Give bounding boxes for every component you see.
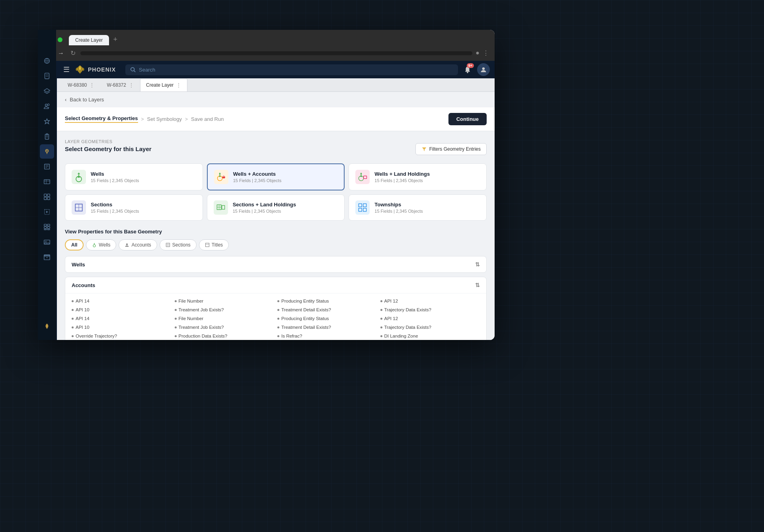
- svg-rect-6: [78, 176, 80, 178]
- geometry-card-sections-land[interactable]: Sections + Land Holdings 15 Fields | 2,3…: [207, 194, 345, 221]
- sidebar-image-icon[interactable]: [40, 235, 54, 249]
- sidebar-grid-icon[interactable]: [40, 190, 54, 204]
- wizard-step-1[interactable]: Select Geometry & Properties: [65, 115, 138, 123]
- phoenix-logo-icon: [74, 64, 86, 75]
- svg-rect-63: [47, 224, 50, 226]
- svg-point-28: [93, 245, 96, 247]
- sidebar-map-icon[interactable]: [40, 144, 54, 159]
- filter-tab-wells[interactable]: Wells: [86, 239, 116, 250]
- notification-button[interactable]: 9+: [461, 63, 474, 76]
- accounts-tab-icon: [125, 243, 129, 247]
- sidebar-table-icon[interactable]: [40, 175, 54, 189]
- sections-tab-icon: [166, 243, 170, 247]
- geometry-cards-grid: Wells 15 Fields | 2,345 Objects: [65, 163, 487, 221]
- sidebar-layers2-icon[interactable]: [40, 84, 54, 98]
- svg-point-42: [45, 104, 47, 106]
- prop-dot: [277, 335, 279, 337]
- prop-dot: [380, 300, 382, 302]
- sidebar-clipboard-icon[interactable]: [40, 129, 54, 144]
- tab-menu-icon-2[interactable]: ⋮: [129, 82, 134, 88]
- forward-nav-button[interactable]: →: [56, 49, 66, 58]
- refresh-button[interactable]: ↻: [69, 49, 77, 58]
- sidebar-users-icon[interactable]: [40, 99, 54, 113]
- new-tab-button[interactable]: +: [110, 34, 121, 45]
- sidebar-layers-icon[interactable]: [40, 54, 54, 68]
- svg-rect-65: [47, 227, 50, 229]
- geometry-card-wells-land[interactable]: Wells + Land Holdings 15 Fields | 2,345 …: [349, 163, 487, 190]
- property-item: API 10: [72, 306, 172, 313]
- prop-dot: [72, 326, 74, 328]
- geometry-titles: Layer Geometries Select Geometry for thi…: [65, 139, 152, 159]
- tab-create-layer[interactable]: Create Layer ⋮: [140, 78, 187, 91]
- svg-rect-66: [44, 229, 47, 230]
- nav-right: 9+: [461, 63, 490, 76]
- wells-group-header[interactable]: Wells ⇅: [65, 256, 486, 272]
- svg-rect-23: [222, 206, 224, 210]
- wizard-chevron-2: >: [185, 116, 188, 122]
- accounts-properties-grid: API 14File NumberProducing Entity Status…: [72, 297, 480, 340]
- filter-geometry-button[interactable]: Filters Geometry Entries: [415, 143, 487, 155]
- svg-rect-16: [364, 175, 366, 177]
- property-item: API 12: [380, 297, 480, 305]
- sidebar-favorites-icon[interactable]: [40, 114, 54, 128]
- top-navigation: ☰ PHOENIX: [57, 61, 495, 78]
- geometry-card-wells-accounts[interactable]: Wells + Accounts 15 Fields | 2,345 Objec…: [207, 163, 345, 190]
- filter-tab-all[interactable]: All: [65, 239, 84, 250]
- page-content: ‹ Back to Layers Select Geometry & Prope…: [57, 92, 495, 340]
- prop-dot: [72, 318, 74, 320]
- property-item: API 10: [72, 324, 172, 331]
- filter-tab-sections[interactable]: Sections: [160, 239, 197, 250]
- wizard-step-3[interactable]: Save and Run: [191, 116, 224, 122]
- property-item: Producing Entity Status: [277, 297, 377, 305]
- svg-point-0: [131, 68, 134, 71]
- svg-point-30: [126, 243, 128, 245]
- property-item: File Number: [175, 315, 275, 322]
- continue-button[interactable]: Continue: [448, 113, 487, 125]
- sidebar-phoenix-icon[interactable]: [40, 319, 54, 334]
- filter-icon: [421, 146, 427, 152]
- tab-w68380[interactable]: W-68380 ⋮: [62, 78, 101, 91]
- svg-point-3: [482, 67, 485, 70]
- sidebar-archive-icon[interactable]: [40, 250, 54, 264]
- svg-rect-24: [359, 204, 362, 207]
- geometry-card-wells[interactable]: Wells 15 Fields | 2,345 Objects: [65, 163, 203, 190]
- sidebar-reports-icon[interactable]: [40, 159, 54, 174]
- filter-tab-titles[interactable]: Titles: [199, 239, 229, 250]
- prop-dot: [277, 326, 279, 328]
- prop-dot: [175, 300, 177, 302]
- back-navigation[interactable]: ‹ Back to Layers: [57, 92, 495, 107]
- geometry-section-header: Layer Geometries Select Geometry for thi…: [65, 139, 487, 159]
- svg-rect-64: [44, 227, 47, 229]
- user-avatar-button[interactable]: [477, 63, 490, 76]
- active-browser-tab[interactable]: Create Layer: [69, 35, 109, 45]
- maximize-traffic-light[interactable]: [58, 37, 62, 42]
- svg-rect-59: [44, 197, 47, 200]
- svg-rect-58: [47, 194, 50, 196]
- wizard-step-2[interactable]: Set Symbology: [147, 116, 182, 122]
- wells-collapse-icon[interactable]: ⇅: [475, 261, 480, 268]
- user-profile-icon[interactable]: ●: [476, 49, 479, 57]
- wells-land-info: Wells + Land Holdings 15 Fields | 2,345 …: [374, 171, 430, 183]
- geometry-card-sections[interactable]: Sections 15 Fields | 2,345 Objects: [65, 194, 203, 221]
- tab-menu-icon[interactable]: ⋮: [89, 82, 95, 88]
- accounts-collapse-icon[interactable]: ⇅: [475, 282, 480, 288]
- tab-w68372[interactable]: W-68372 ⋮: [101, 78, 140, 91]
- sidebar-selection-icon[interactable]: [40, 205, 54, 219]
- sidebar-grid2-icon[interactable]: [40, 220, 54, 234]
- filter-tab-accounts[interactable]: Accounts: [119, 239, 157, 250]
- wells-icon: [72, 170, 86, 184]
- sidebar-docs-icon[interactable]: [40, 69, 54, 83]
- wizard-chevron-1: >: [141, 116, 144, 122]
- geometry-card-townships[interactable]: Townships 15 Fields | 2,345 Objects: [349, 194, 487, 221]
- tab-menu-icon-3[interactable]: ⋮: [176, 82, 181, 88]
- property-item: Override Trajectory?: [72, 332, 172, 340]
- search-icon: [130, 67, 136, 72]
- prop-dot: [175, 309, 177, 311]
- sections-icon: [72, 200, 86, 215]
- address-bar[interactable]: [80, 51, 472, 55]
- accounts-group-header[interactable]: Accounts ⇅: [65, 277, 486, 293]
- search-bar[interactable]: Search: [125, 64, 458, 75]
- hamburger-menu[interactable]: ☰: [62, 64, 71, 76]
- browser-menu-icon[interactable]: ⋮: [483, 49, 489, 57]
- wells-info: Wells 15 Fields | 2,345 Objects: [91, 171, 139, 183]
